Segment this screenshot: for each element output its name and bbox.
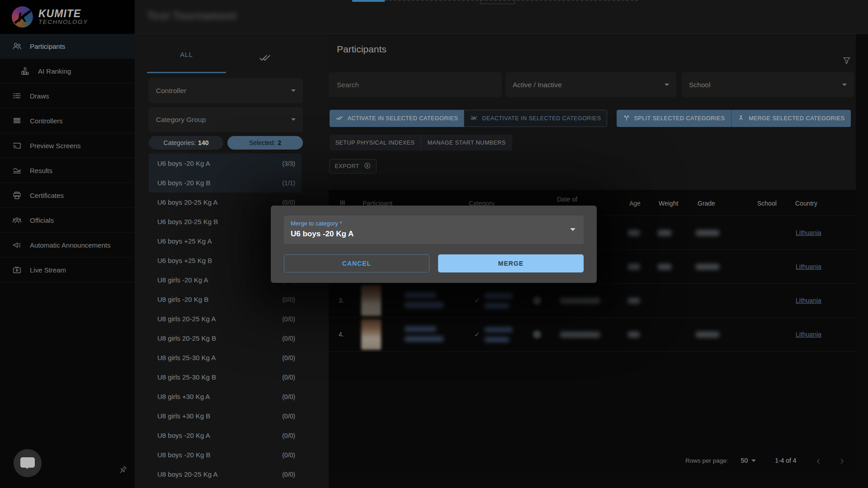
merge-to-category-label: Merge to category * <box>291 220 342 227</box>
app-root: K KUMITE TECHNOLOGY Participants AI Rank… <box>0 0 868 488</box>
merge-to-category-select[interactable]: Merge to category * U6 boys -20 Kg A <box>284 216 584 244</box>
merge-category-dialog: Merge to category * U6 boys -20 Kg A CAN… <box>271 206 597 283</box>
merge-to-category-value: U6 boys -20 Kg A <box>291 230 354 239</box>
merge-button[interactable]: MERGE <box>438 254 584 272</box>
chevron-down-icon <box>570 228 576 231</box>
cancel-button[interactable]: CANCEL <box>284 254 429 272</box>
